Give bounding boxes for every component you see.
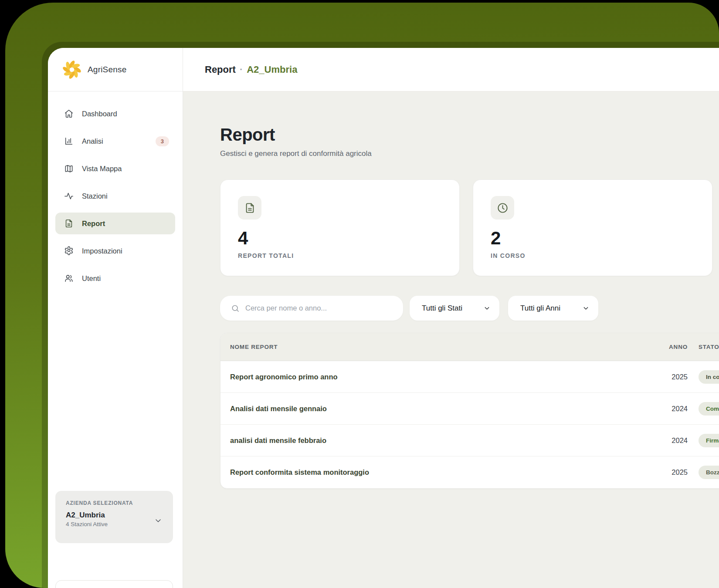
map-icon xyxy=(64,164,74,173)
search-icon xyxy=(231,304,240,313)
breadcrumb-title: Report xyxy=(205,64,236,75)
sidebar-item-label: Report xyxy=(82,220,105,228)
status-badge: Completato xyxy=(699,402,719,416)
stat-card: 4 REPORT TOTALI xyxy=(220,179,460,276)
top-bar: Report · A2_Umbria xyxy=(183,48,719,91)
report-name: Report agronomico primo anno xyxy=(230,373,664,381)
report-year: 2025 xyxy=(664,468,688,476)
status-badge: In corso xyxy=(699,370,719,384)
table-header-row: NOME REPORT ANNO STATO xyxy=(220,333,719,361)
reports-table: NOME REPORT ANNO STATO Report agronomico… xyxy=(220,333,719,489)
gear-icon xyxy=(64,246,74,256)
table-row[interactable]: Analisi dati mensile gennaio 2024 Comple… xyxy=(220,393,719,425)
stat-label: REPORT TOTALI xyxy=(238,252,442,259)
year-filter-value: Tutti gli Anni xyxy=(520,304,560,313)
report-year: 2024 xyxy=(664,405,688,413)
company-selector-sublabel: 4 Stazioni Attive xyxy=(66,521,163,527)
status-badge: Bozza xyxy=(699,466,719,479)
report-name: Analisi dati mensile gennaio xyxy=(230,405,664,413)
status-badge: Firmato xyxy=(699,434,719,447)
pinwheel-icon xyxy=(62,60,82,80)
sidebar-item-impostazioni[interactable]: Impostazioni xyxy=(55,240,175,262)
stats-row: 4 REPORT TOTALI 2 IN CORSO xyxy=(220,179,719,276)
column-header-status: STATO xyxy=(688,344,719,350)
table-row[interactable]: analisi dati mensile febbraio 2024 Firma… xyxy=(220,425,719,456)
sidebar-item-utenti[interactable]: Utenti xyxy=(55,267,175,289)
home-icon xyxy=(64,109,74,118)
activity-icon xyxy=(64,191,74,201)
company-selector-name: A2_Umbria xyxy=(66,511,163,520)
file-text-icon xyxy=(238,196,261,220)
sidebar-item-label: Vista Mappa xyxy=(82,165,122,173)
report-name: Report conformita sistema monitoraggio xyxy=(230,468,664,476)
year-filter-dropdown[interactable]: Tutti gli Anni xyxy=(508,296,598,321)
table-row[interactable]: Report agronomico primo anno 2025 In cor… xyxy=(220,361,719,393)
breadcrumb-context: A2_Umbria xyxy=(247,64,297,75)
stat-label: IN CORSO xyxy=(491,252,695,259)
column-header-name: NOME REPORT xyxy=(230,344,664,350)
search-box[interactable] xyxy=(220,296,403,321)
sidebar-nav: Dashboard Analisi 3 Vista Mappa Stazioni… xyxy=(48,91,183,289)
sidebar-bottom-card-partial xyxy=(55,580,173,588)
brand-header: AgriSense xyxy=(48,48,183,91)
sidebar-item-dashboard[interactable]: Dashboard xyxy=(55,103,175,125)
sidebar-item-label: Dashboard xyxy=(82,110,117,118)
page-subtitle: Gestisci e genera report di conformità a… xyxy=(220,149,719,159)
sidebar-item-label: Utenti xyxy=(82,274,101,283)
clock-icon xyxy=(491,196,514,220)
status-filter-value: Tutti gli Stati xyxy=(422,304,462,313)
notification-badge: 3 xyxy=(156,136,169,146)
sidebar-item-label: Impostazioni xyxy=(82,247,122,255)
bar-chart-icon xyxy=(64,136,74,146)
status-filter-dropdown[interactable]: Tutti gli Stati xyxy=(410,296,499,321)
column-header-year: ANNO xyxy=(664,344,688,350)
app-window: AgriSense Dashboard Analisi 3 Vista Mapp… xyxy=(48,48,719,588)
chevron-down-icon xyxy=(582,304,590,312)
stat-value: 4 xyxy=(238,228,442,248)
filters-row: Tutti gli Stati Tutti gli Anni xyxy=(220,296,719,321)
report-year: 2025 xyxy=(664,373,688,381)
table-row[interactable]: Report conformita sistema monitoraggio 2… xyxy=(220,456,719,488)
company-selector-label: AZIENDA SELEZIONATA xyxy=(66,500,163,506)
sidebar-item-report[interactable]: Report xyxy=(55,213,175,234)
stat-value: 2 xyxy=(491,228,695,248)
sidebar-item-stazioni[interactable]: Stazioni xyxy=(55,185,175,207)
brand-name: AgriSense xyxy=(88,65,126,74)
stat-card: 2 IN CORSO xyxy=(473,179,712,276)
chevron-down-icon xyxy=(483,304,491,312)
company-selector-card[interactable]: AZIENDA SELEZIONATA A2_Umbria 4 Stazioni… xyxy=(55,491,173,543)
sidebar-item-vista-mappa[interactable]: Vista Mappa xyxy=(55,158,175,179)
page-title: Report xyxy=(220,124,719,145)
sidebar-item-label: Analisi xyxy=(82,137,103,145)
main-area: Report · A2_Umbria Report Gestisci e gen… xyxy=(183,48,719,588)
sidebar-item-label: Stazioni xyxy=(82,192,108,200)
content-area: Report Gestisci e genera report di confo… xyxy=(183,91,719,588)
table-body: Report agronomico primo anno 2025 In cor… xyxy=(220,361,719,488)
sidebar: AgriSense Dashboard Analisi 3 Vista Mapp… xyxy=(48,48,183,588)
sidebar-item-analisi[interactable]: Analisi 3 xyxy=(55,130,175,152)
search-input[interactable] xyxy=(245,304,389,312)
report-year: 2024 xyxy=(664,436,688,445)
chevron-down-icon[interactable] xyxy=(154,516,163,525)
report-name: analisi dati mensile febbraio xyxy=(230,436,664,445)
file-text-icon xyxy=(64,219,74,228)
breadcrumb-separator: · xyxy=(240,64,243,75)
users-icon xyxy=(64,274,74,283)
